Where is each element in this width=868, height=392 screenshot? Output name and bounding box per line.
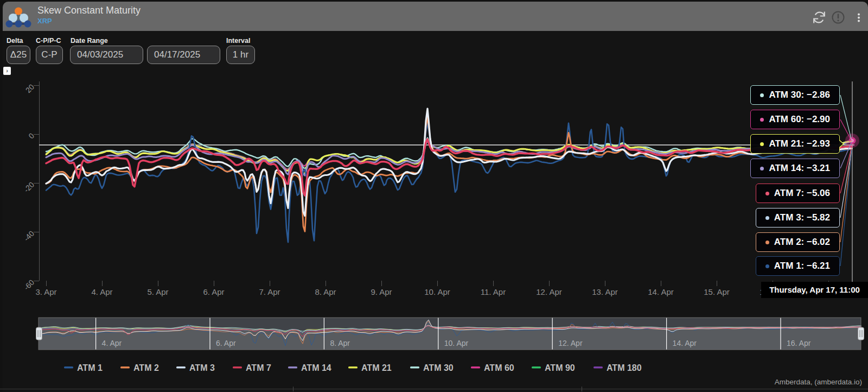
svg-text:-20: -20 [22, 180, 36, 194]
svg-text:10. Apr: 10. Apr [424, 287, 450, 296]
svg-text:20: 20 [24, 83, 36, 94]
svg-text:0: 0 [27, 131, 36, 141]
svg-text:4. Apr: 4. Apr [102, 339, 122, 347]
svg-text:ATM 21: ATM 21 [361, 363, 392, 372]
svg-text:ATM 3: ATM 3 [189, 363, 215, 372]
svg-text:ATM 60: ATM 60 [484, 363, 514, 372]
svg-text:ATM 7: ATM 7 [246, 363, 271, 372]
svg-text:9. Apr: 9. Apr [371, 287, 392, 296]
svg-text:7. Apr: 7. Apr [259, 287, 280, 296]
svg-text:ATM 2: ATM 2 [133, 363, 159, 372]
svg-text:8. Apr: 8. Apr [330, 339, 350, 347]
svg-text:-60: -60 [22, 278, 36, 292]
svg-text:ATM 30: ATM 30 [423, 363, 454, 372]
svg-text:12. Apr: 12. Apr [536, 287, 562, 296]
svg-text:3. Apr: 3. Apr [35, 287, 56, 296]
svg-text:14. Apr: 14. Apr [673, 339, 697, 347]
svg-text:10. Apr: 10. Apr [444, 339, 469, 347]
svg-text:12. Apr: 12. Apr [558, 339, 583, 347]
svg-text:ATM 14: ATM 14 [301, 363, 331, 372]
svg-text:ATM 1: ATM 1 [77, 363, 103, 372]
svg-text:6. Apr: 6. Apr [203, 287, 224, 296]
svg-text:13. Apr: 13. Apr [592, 287, 618, 296]
svg-text:8. Apr: 8. Apr [315, 287, 336, 296]
svg-text:16. Apr: 16. Apr [787, 339, 811, 347]
svg-text:5. Apr: 5. Apr [147, 287, 168, 296]
svg-text:-40: -40 [22, 229, 36, 243]
svg-text:14. Apr: 14. Apr [648, 287, 674, 296]
svg-text:6. Apr: 6. Apr [216, 339, 236, 347]
svg-text:4. Apr: 4. Apr [91, 287, 112, 296]
svg-text:15. Apr: 15. Apr [704, 287, 730, 296]
svg-text:ATM 180: ATM 180 [607, 363, 642, 372]
svg-text:ATM 90: ATM 90 [545, 363, 575, 372]
svg-text:11. Apr: 11. Apr [481, 287, 506, 296]
